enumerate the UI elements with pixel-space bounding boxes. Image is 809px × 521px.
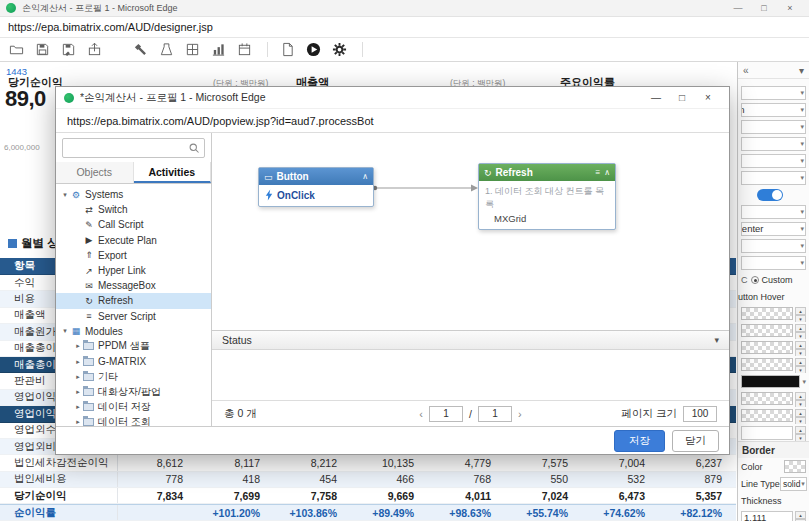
tree-item-export[interactable]: ⇑Export [56,248,211,263]
button-node[interactable]: ▭ Button ∧ OnClick [258,167,374,207]
collapse-node-icon[interactable]: ∧ [604,168,610,177]
tree-item-etc[interactable]: ▸기타 [56,369,211,384]
value-stepper[interactable]: ▴▾ [795,426,806,440]
tree-item-data-query[interactable]: ▸데이터 조회 [56,415,211,426]
settings-icon[interactable] [328,40,351,60]
property-combo[interactable]: ▾ [738,84,809,101]
window-titlebar[interactable]: 손익계산서 - 프로필 1 - Microsoft Edge — □ × [0,0,809,17]
run-icon[interactable] [302,40,325,60]
property-combo[interactable]: Button▾ [738,101,809,118]
maximize-button[interactable]: □ [751,0,777,16]
current-page-input[interactable]: 1 [429,406,463,422]
transparent-swatch[interactable] [741,409,793,422]
table-row[interactable]: 법인세비용778418454466768550532879 [0,472,736,488]
expander-icon[interactable]: ▾ [60,327,70,335]
close-button[interactable]: × [777,0,803,16]
collapse-node-icon[interactable]: ∧ [362,172,368,181]
save-as-icon[interactable] [57,40,80,60]
transparent-swatch[interactable] [741,324,793,337]
chevron-down-icon[interactable]: ▾ [802,378,806,386]
save-button[interactable]: 저장 [614,430,665,452]
save-icon[interactable] [31,40,54,60]
property-combo[interactable]: ▾ [738,169,809,186]
property-combo[interactable]: ▾ [738,203,809,220]
tree-item-refresh[interactable]: ↻Refresh [56,293,211,308]
refresh-node[interactable]: ↻ Refresh ≡ ∧ 1. 데이터 조회 대상 컨트롤 목록 MXGrid [478,163,616,230]
minimize-button[interactable]: — [725,0,751,16]
tree-item-ppdm-sample[interactable]: ▸PPDM 샘플 [56,339,211,354]
tree-item-messagebox[interactable]: ✉MessageBox [56,278,211,293]
tree-item-hyper-link[interactable]: ↗Hyper Link [56,263,211,278]
status-section-header[interactable]: Status ▾ [212,330,729,350]
export-icon[interactable] [83,40,106,60]
expander-icon[interactable]: ▾ [60,191,70,199]
transparent-swatch[interactable] [741,307,793,320]
open-folder-icon[interactable] [5,40,28,60]
calendar-icon[interactable] [233,40,256,60]
expander-icon[interactable]: ▸ [73,373,83,381]
process-canvas[interactable]: ▭ Button ∧ OnClick [212,133,729,330]
tab-objects[interactable]: Objects [56,162,134,183]
address-bar[interactable]: https://epa.bimatrix.com/AUD/designer.js… [0,17,809,38]
line-type-select[interactable]: solid▾ [780,477,807,491]
value-stepper[interactable]: ▴▾ [795,324,806,338]
popup-titlebar[interactable]: *손익계산서 - 프로필 1 - Microsoft Edge — □ × [56,87,729,109]
page-size-input[interactable]: 100 [683,406,717,422]
tree-item-data-save[interactable]: ▸데이터 저장 [56,400,211,415]
property-combo[interactable]: ▾ [738,237,809,254]
table-row[interactable]: 순이익률+101.20%+103.86%+89.49%+98.63%+55.74… [0,504,736,520]
property-combo[interactable]: ▾ [738,152,809,169]
onclick-event[interactable]: OnClick [265,189,367,201]
tree-item-g-matrix[interactable]: ▸G-MATRIX [56,354,211,369]
popup-minimize-button[interactable]: — [643,92,669,103]
search-input[interactable] [67,143,188,154]
tree-root-systems[interactable]: ▾⚙Systems [56,187,211,202]
grid-icon[interactable] [181,40,204,60]
expander-icon[interactable]: ▸ [73,403,83,411]
radio-icon[interactable] [751,276,759,284]
collapse-panel-icon[interactable]: « [743,65,749,76]
tree-root-modules[interactable]: ▾▦Modules [56,324,211,339]
tree-item-switch[interactable]: ⇄Switch [56,202,211,217]
border-color-swatch[interactable] [784,460,806,473]
property-combo[interactable]: ▾ [738,254,809,271]
value-stepper[interactable]: ▴▾ [795,341,806,355]
tools-icon[interactable] [155,40,178,60]
popup-close-button[interactable]: × [695,92,721,103]
numeric-input[interactable]: 1.111 [741,511,793,521]
transparent-swatch[interactable] [741,358,793,371]
value-stepper[interactable]: ▴▾ [795,409,806,423]
black-swatch[interactable] [741,375,800,388]
transparent-swatch[interactable] [741,392,793,405]
value-stepper[interactable]: ▴▾ [795,307,806,321]
close-dialog-button[interactable]: 닫기 [672,430,719,452]
tree-item-call-script[interactable]: ✎Call Script [56,217,211,232]
property-combo[interactable]: Center▾ [738,220,809,237]
property-combo[interactable]: ▾ [738,135,809,152]
table-row[interactable]: 법인세차감전순이익8,6128,1178,21210,1354,7797,575… [0,455,736,471]
next-page-icon[interactable]: › [518,408,522,420]
transparent-swatch[interactable] [741,341,793,354]
expander-icon[interactable]: ▸ [73,358,83,366]
popup-maximize-button[interactable]: □ [669,92,695,103]
tree-item-server-script[interactable]: ≡Server Script [56,309,211,324]
chart-icon[interactable] [207,40,230,60]
numeric-input[interactable] [741,426,793,440]
tree-item-execute-plan[interactable]: ▶Execute Plan [56,233,211,248]
tree-item-dialog-popup[interactable]: ▸대화상자/팝업 [56,384,211,399]
property-combo[interactable]: ▾ [738,118,809,135]
value-stepper[interactable]: ▴▾ [795,392,806,406]
expander-icon[interactable]: ▸ [73,342,83,350]
expander-icon[interactable]: ▸ [73,388,83,396]
table-row[interactable]: 당기순이익7,8347,6997,7589,6694,0117,0246,473… [0,488,736,504]
expander-icon[interactable]: ▸ [73,418,83,426]
tree-search[interactable] [62,138,205,158]
value-stepper[interactable]: ▴▾ [795,358,806,372]
prev-page-icon[interactable]: ‹ [419,408,423,420]
panel-chevron-icon[interactable]: ▾ [799,65,804,76]
build-icon[interactable] [129,40,152,60]
document-icon[interactable] [276,40,299,60]
value-stepper[interactable]: ▴▾ [795,511,806,521]
toggle-switch-on[interactable] [757,189,783,201]
tab-activities[interactable]: Activities [134,162,212,183]
